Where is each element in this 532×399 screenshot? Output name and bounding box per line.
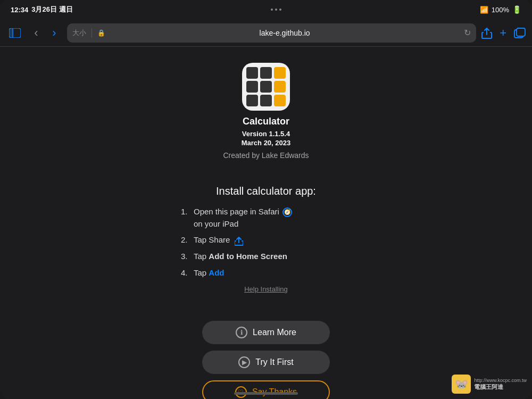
lock-icon: 🔒 bbox=[97, 29, 105, 37]
dot-1 bbox=[271, 9, 273, 11]
calc-key-2 bbox=[260, 67, 272, 79]
learn-more-label: Learn More bbox=[253, 328, 296, 337]
dot-3 bbox=[279, 9, 281, 11]
try-it-first-icon: ▶ bbox=[238, 356, 250, 368]
content-area: Calculator Version 1.1.5.4 March 20, 202… bbox=[0, 47, 532, 399]
learn-more-button[interactable]: ℹ Learn More bbox=[202, 321, 330, 344]
app-info-section: Calculator Version 1.1.5.4 March 20, 202… bbox=[223, 63, 309, 160]
svg-rect-1 bbox=[9, 28, 13, 38]
calc-key-8 bbox=[260, 95, 272, 106]
status-center-dots bbox=[271, 9, 281, 11]
status-time-date: 12:34 3月26日 週日 bbox=[11, 5, 73, 14]
share-icon-inline bbox=[235, 235, 243, 247]
watermark-text: http://www.kocpc.com.tw 電腦王阿達 bbox=[474, 378, 527, 391]
forward-button[interactable]: › bbox=[47, 26, 62, 40]
install-step-4: 4. Tap Add bbox=[181, 267, 351, 279]
calc-key-4 bbox=[246, 81, 258, 93]
home-indicator bbox=[234, 392, 298, 395]
calc-key-6 bbox=[274, 81, 286, 93]
url-display: lake-e.github.io bbox=[109, 29, 461, 37]
add-tab-button[interactable]: + bbox=[500, 26, 506, 40]
calc-key-1 bbox=[246, 67, 258, 79]
app-name: Calculator bbox=[243, 116, 289, 127]
status-right: 📶 100% 🔋 bbox=[480, 5, 521, 14]
step-3-bold: Add to Home Screen bbox=[209, 252, 287, 261]
calc-key-9 bbox=[274, 95, 286, 106]
app-date: March 20, 2023 bbox=[242, 139, 291, 147]
action-buttons-section: ℹ Learn More ▶ Try It First ♡ Say Thanks bbox=[192, 321, 340, 399]
step-3-text: Tap Add to Home Screen bbox=[194, 251, 351, 263]
install-step-1: 1. Open this page in Safari 🧭 on your iP… bbox=[181, 206, 351, 230]
dot-2 bbox=[275, 9, 277, 11]
tabs-button[interactable] bbox=[514, 28, 526, 38]
install-step-2: 2. Tap Share bbox=[181, 234, 351, 246]
app-icon bbox=[242, 63, 290, 111]
calc-key-7 bbox=[246, 95, 258, 106]
app-author: Created by Lake Edwards bbox=[223, 151, 309, 160]
say-thanks-button[interactable]: ♡ Say Thanks bbox=[202, 380, 330, 399]
step-4-number: 4. bbox=[181, 267, 192, 279]
calc-key-5 bbox=[260, 81, 272, 93]
share-button[interactable] bbox=[481, 27, 492, 39]
battery-percentage: 100% bbox=[492, 6, 509, 14]
try-it-first-label: Try It First bbox=[255, 358, 293, 367]
browser-toolbar: ‹ › 大小 🔒 lake-e.github.io ↻ + bbox=[0, 19, 532, 47]
refresh-button[interactable]: ↻ bbox=[464, 28, 471, 38]
nav-buttons: ‹ › bbox=[29, 26, 62, 40]
add-link[interactable]: Add bbox=[209, 268, 224, 277]
sidebar-toggle-button[interactable] bbox=[6, 24, 23, 41]
help-installing-link[interactable]: Help Installing bbox=[244, 285, 288, 293]
watermark-brand: 電腦王阿達 bbox=[474, 383, 527, 391]
calc-key-3 bbox=[274, 67, 286, 79]
size-label: 大小 bbox=[72, 28, 86, 38]
address-divider bbox=[92, 28, 92, 38]
wifi-icon: 📶 bbox=[480, 6, 488, 14]
step-1-number: 1. bbox=[181, 206, 192, 218]
step-1-text: Open this page in Safari 🧭 on your iPad bbox=[194, 206, 351, 230]
back-button[interactable]: ‹ bbox=[29, 26, 44, 40]
battery-icon: 🔋 bbox=[512, 5, 521, 14]
toolbar-action-buttons: + bbox=[481, 26, 526, 40]
install-steps: 1. Open this page in Safari 🧭 on your iP… bbox=[170, 206, 362, 283]
step-2-text: Tap Share bbox=[194, 234, 351, 246]
watermark: 🐭 http://www.kocpc.com.tw 電腦王阿達 bbox=[452, 375, 527, 394]
safari-icon: 🧭 bbox=[282, 207, 292, 217]
try-it-first-button[interactable]: ▶ Try It First bbox=[202, 351, 330, 374]
install-title: Install calculator app: bbox=[216, 185, 316, 197]
status-date: 3月26日 週日 bbox=[31, 5, 72, 14]
step-2-number: 2. bbox=[181, 234, 192, 246]
learn-more-icon: ℹ bbox=[236, 327, 247, 338]
status-bar: 12:34 3月26日 週日 📶 100% 🔋 bbox=[0, 0, 532, 19]
ipad-frame: 12:34 3月26日 週日 📶 100% 🔋 ‹ › 大小 bbox=[0, 0, 532, 399]
install-step-3: 3. Tap Add to Home Screen bbox=[181, 251, 351, 263]
watermark-icon: 🐭 bbox=[452, 375, 471, 394]
step-4-text: Tap Add bbox=[194, 267, 351, 279]
step-3-number: 3. bbox=[181, 251, 192, 263]
watermark-site: http://www.kocpc.com.tw bbox=[474, 378, 527, 383]
install-section: Install calculator app: 1. Open this pag… bbox=[170, 185, 362, 293]
address-bar[interactable]: 大小 🔒 lake-e.github.io ↻ bbox=[67, 23, 476, 43]
status-time: 12:34 bbox=[11, 6, 28, 14]
app-version: Version 1.1.5.4 bbox=[242, 129, 290, 139]
svg-rect-4 bbox=[517, 28, 525, 36]
